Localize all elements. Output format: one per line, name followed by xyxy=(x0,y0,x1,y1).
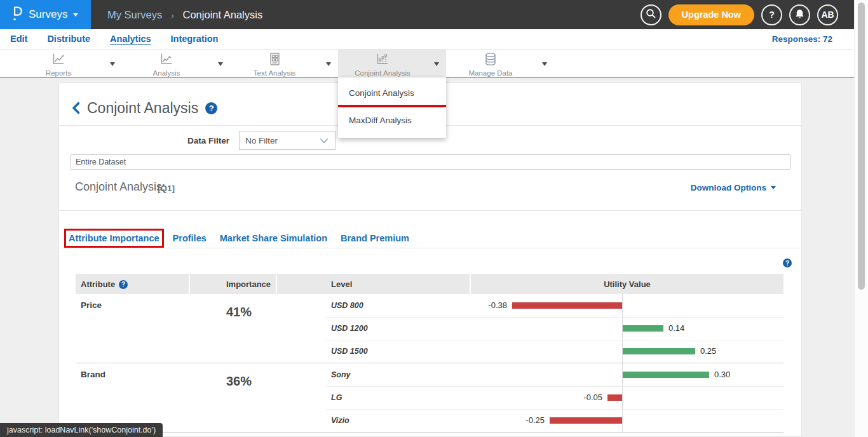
toolbar-item-caret-manage-data[interactable] xyxy=(535,50,554,77)
table-header-row: Attribute ? Importance Level Utility Val… xyxy=(76,274,783,294)
attribute-group-price: Price41%USD 800-0.38USD 12000.14USD 1500… xyxy=(76,294,783,363)
question-mark-icon: ? xyxy=(769,10,775,20)
red-annotation-underline xyxy=(338,105,446,107)
level-row-vizio: Vizio-0.25 xyxy=(76,409,783,432)
toolbar-item-caret-analysis[interactable] xyxy=(211,50,230,77)
help-button[interactable]: ? xyxy=(761,4,782,25)
avatar[interactable]: AB xyxy=(817,4,838,25)
conjoint-dropdown-menu: Conjoint AnalysisMaxDiff Analysis xyxy=(338,77,446,138)
attribute-group-brand: Brand36%Sony0.30LG-0.05Vizio-0.25 xyxy=(76,363,783,432)
toolbar-item-manage-data[interactable]: Manage Data xyxy=(446,50,554,77)
dataset-input[interactable]: Entire Dataset xyxy=(71,154,790,170)
utility-value-label: -0.38 xyxy=(488,300,507,310)
attribute-importance-table: Attribute ? Importance Level Utility Val… xyxy=(76,274,783,433)
breadcrumb-current: Conjoint Analysis xyxy=(183,9,263,21)
tab-wrap: Attribute Importance xyxy=(69,232,159,244)
chevron-down-icon xyxy=(73,13,78,19)
toolbar-item-label: Analysis xyxy=(153,69,180,77)
nav-tab-distribute[interactable]: Distribute xyxy=(47,34,90,44)
utility-bar xyxy=(623,325,663,332)
tab-profiles[interactable]: Profiles xyxy=(173,233,207,243)
divider xyxy=(59,248,801,248)
page-scrollbar[interactable] xyxy=(854,0,868,437)
download-options-button[interactable]: Download Options xyxy=(691,183,776,192)
attribute-column-header: Attribute ? xyxy=(81,279,128,289)
toolbar-item-analysis[interactable]: Analysis xyxy=(122,50,230,77)
level-label: USD 1500 xyxy=(331,347,368,356)
bell-icon xyxy=(795,9,804,21)
chevron-down-icon xyxy=(110,62,115,69)
tab-attribute-importance[interactable]: Attribute Importance xyxy=(69,233,159,243)
importance-column-header: Importance xyxy=(226,279,271,289)
table-body: Price41%USD 800-0.38USD 12000.14USD 1500… xyxy=(76,294,783,433)
table-help-icon[interactable]: ? xyxy=(783,259,792,267)
utility-bar xyxy=(623,372,709,378)
conjoint-dot-chart-icon xyxy=(376,52,390,69)
report-tabs: Attribute ImportanceProfilesMarket Share… xyxy=(69,230,409,246)
toolbar-item-reports[interactable]: Reports xyxy=(14,50,122,77)
tab-wrap: Brand Premium xyxy=(341,232,409,244)
utility-column-header: Utility Value xyxy=(471,279,783,289)
page-help-icon[interactable]: ? xyxy=(205,102,217,114)
level-label: USD 1200 xyxy=(331,324,368,333)
dataset-value: Entire Dataset xyxy=(76,158,126,166)
attribute-help-icon[interactable]: ? xyxy=(119,280,128,289)
link-status-tooltip: javascript: loadNavLink('showConjoint.do… xyxy=(0,423,163,437)
utility-value-label: -0.05 xyxy=(583,393,602,402)
back-chevron-icon[interactable] xyxy=(72,102,80,114)
upgrade-now-button[interactable]: Upgrade Now xyxy=(668,4,754,25)
tab-brand-premium[interactable]: Brand Premium xyxy=(341,233,409,243)
chevron-down-icon xyxy=(434,62,439,69)
toolbar-item-caret-conjoint-analysis[interactable] xyxy=(427,50,446,77)
menu-item-maxdiff-analysis[interactable]: MaxDiff Analysis xyxy=(338,108,446,131)
page-title: Conjoint Analysis xyxy=(87,100,198,117)
breadcrumb: My Surveys › Conjoint Analysis xyxy=(107,9,262,21)
toolbar-item-conjoint-analysis[interactable]: Conjoint Analysis xyxy=(338,50,446,77)
nav-tabs: EditDistributeAnalyticsIntegration xyxy=(10,34,238,44)
menu-item-conjoint-analysis[interactable]: Conjoint Analysis xyxy=(338,81,446,104)
breadcrumb-separator-icon: › xyxy=(171,11,173,20)
responses-count[interactable]: Responses: 72 xyxy=(772,34,832,44)
questionpro-logo-icon xyxy=(11,5,23,25)
product-label: Surveys xyxy=(29,8,67,21)
chevron-down-icon xyxy=(326,62,331,69)
download-options-label: Download Options xyxy=(691,183,766,192)
utility-value-label: -0.25 xyxy=(526,415,545,425)
chevron-down-icon xyxy=(218,62,223,69)
level-label: Vizio xyxy=(331,416,349,425)
nav-tab-integration[interactable]: Integration xyxy=(171,34,219,44)
toolbar-item-caret-reports[interactable] xyxy=(103,50,122,77)
section-title: Conjoint Analysis: xyxy=(75,180,165,194)
header-actions: Upgrade Now ? AB xyxy=(641,4,854,25)
level-label: LG xyxy=(331,393,342,402)
chevron-down-icon xyxy=(320,138,329,144)
analysis-chart-icon xyxy=(159,52,173,69)
tab-market-share-simulation[interactable]: Market Share Simulation xyxy=(220,233,327,243)
tab-wrap: Market Share Simulation xyxy=(220,232,327,244)
toolbar-item-label: Conjoint Analysis xyxy=(355,69,410,77)
tab-wrap: Profiles xyxy=(173,232,207,244)
data-filter-select[interactable]: No Filter xyxy=(239,131,336,150)
product-switcher[interactable]: Surveys xyxy=(0,0,91,29)
toolbar-item-label: Reports xyxy=(46,69,71,77)
chevron-down-icon xyxy=(771,186,776,192)
reports-chart-icon xyxy=(51,52,65,69)
top-header-bar: Surveys My Surveys › Conjoint Analysis U… xyxy=(0,0,854,29)
notifications-button[interactable] xyxy=(789,4,810,25)
scrollbar-thumb[interactable] xyxy=(858,3,865,290)
level-row-usd-1500: USD 15000.25 xyxy=(76,340,783,363)
breadcrumb-parent[interactable]: My Surveys xyxy=(107,9,162,21)
utility-bar xyxy=(550,417,622,424)
level-row-usd-800: USD 800-0.38 xyxy=(76,294,783,317)
toolbar-item-caret-text-analysis[interactable] xyxy=(319,50,338,77)
level-label: USD 800 xyxy=(331,301,363,310)
survey-nav-row: EditDistributeAnalyticsIntegration Respo… xyxy=(0,29,854,50)
nav-tab-analytics[interactable]: Analytics xyxy=(110,34,151,44)
level-column-header: Level xyxy=(331,279,352,289)
data-filter-value: No Filter xyxy=(245,136,278,145)
toolbar-item-text-analysis[interactable]: Text Analysis xyxy=(230,50,338,77)
section-question-code: [Q1] xyxy=(158,184,175,193)
search-button[interactable] xyxy=(641,4,661,25)
utility-bar xyxy=(623,348,695,354)
nav-tab-edit[interactable]: Edit xyxy=(10,34,27,44)
